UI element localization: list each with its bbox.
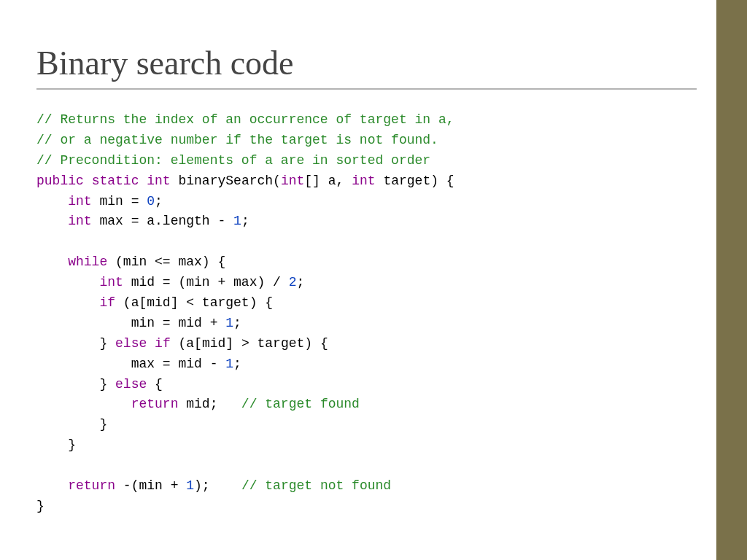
stmt-min: min = mid +	[131, 316, 226, 330]
if-cond: (a[mid] > target) {	[171, 336, 328, 351]
brace: }	[99, 417, 107, 432]
kw-else: else	[115, 336, 147, 351]
num-one: 1	[225, 357, 233, 371]
semi: ;	[296, 275, 304, 289]
code-comment: // or a negative number if the target is…	[36, 133, 438, 147]
decor-stripe	[716, 0, 747, 560]
code-comment: // target not found	[241, 478, 391, 493]
kw-int: int	[68, 214, 91, 228]
kw-if: if	[155, 336, 171, 351]
kw-while: while	[68, 254, 107, 269]
decl-min: min =	[92, 194, 147, 209]
ret-mid: mid;	[178, 397, 241, 411]
kw-return: return	[68, 478, 115, 493]
num-one: 1	[233, 214, 241, 228]
kw-else: else	[115, 377, 147, 392]
semi: ;	[155, 194, 163, 209]
param-a: a	[328, 174, 336, 188]
param-target: target	[383, 174, 430, 188]
while-cond: (min <= max) {	[107, 254, 225, 269]
kw-return: return	[131, 397, 179, 411]
brace: }	[68, 438, 76, 452]
semi: ;	[241, 214, 249, 228]
num-zero: 0	[147, 194, 155, 209]
num-two: 2	[289, 275, 297, 289]
stmt-max: max = mid -	[131, 357, 226, 371]
decor-gap	[709, 0, 716, 560]
num-one: 1	[186, 478, 194, 493]
slide-content: Binary search code // Returns the index …	[36, 44, 696, 517]
brace: }	[99, 377, 107, 392]
else-brace: {	[147, 377, 163, 392]
if-cond: (a[mid] < target) {	[115, 295, 273, 310]
paren: (	[273, 174, 281, 188]
num-one: 1	[225, 316, 233, 330]
title-rule	[36, 88, 697, 90]
semi: ;	[233, 357, 241, 371]
decl-max: max = a.length -	[92, 214, 233, 228]
semi: ;	[233, 316, 241, 330]
kw-if: if	[99, 295, 115, 310]
ret-tail: );	[194, 478, 241, 493]
paren-close: ) {	[430, 174, 454, 188]
brackets: []	[304, 174, 320, 188]
kw-static: static	[92, 174, 139, 188]
kw-int: int	[352, 174, 375, 188]
comma: ,	[336, 174, 352, 188]
kw-int: int	[281, 174, 304, 188]
kw-int: int	[147, 174, 170, 188]
kw-int: int	[68, 194, 91, 209]
code-block: // Returns the index of an occurrence of…	[36, 110, 696, 517]
ret-neg: -(min +	[115, 478, 186, 493]
code-comment: // Precondition: elements of a are in so…	[36, 153, 430, 168]
kw-public: public	[36, 174, 84, 188]
decl-mid: mid = (min + max) /	[123, 275, 289, 289]
code-comment: // Returns the index of an occurrence of…	[36, 112, 454, 127]
brace: }	[36, 499, 44, 513]
kw-int: int	[99, 275, 123, 289]
slide: Binary search code // Returns the index …	[0, 0, 747, 560]
code-comment: // target found	[241, 397, 360, 411]
slide-title: Binary search code	[36, 44, 696, 82]
brace: }	[99, 336, 107, 351]
fn-name: binarySearch	[178, 174, 273, 188]
